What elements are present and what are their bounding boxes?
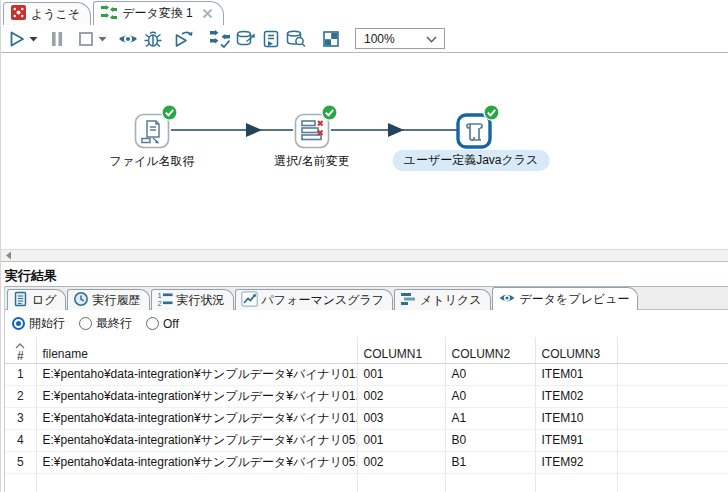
step-select-values[interactable] [294,113,330,149]
zoom-select[interactable]: 100% [355,28,445,49]
tab-transformation[interactable]: データ変換 1 [93,1,224,25]
column-header-index[interactable]: # [5,337,36,363]
tab-label: データ変換 1 [122,5,193,22]
tab-label: 実行状況 [177,292,225,309]
table-row[interactable]: 1E:¥pentaho¥data-integration¥サンプルデータ¥バイナ… [5,363,728,385]
zoom-value: 100% [364,32,395,46]
chevron-down-icon [426,32,437,46]
clock-icon [73,291,89,310]
transformation-canvas[interactable]: ファイル名取得 選択/名前変更 ユーザー定義Javaクラス [1,53,728,249]
radio-icon[interactable] [12,317,25,330]
tab-performance-graph[interactable]: パフォーマンスグラフ [235,289,394,310]
success-badge [483,104,500,124]
transformation-icon [101,5,117,22]
table-row[interactable]: 3E:¥pentaho¥data-integration¥サンプルデータ¥バイナ… [5,407,728,429]
close-icon[interactable] [202,8,213,19]
preview-mode-radios: 開始行 最終行 Off [5,310,728,337]
column-header-filler [617,337,728,363]
tab-label: パフォーマンスグラフ [262,292,385,309]
hop-arrows [1,53,728,249]
tab-label: データをプレビュー [520,291,630,308]
replay-button[interactable] [171,27,197,51]
step-label-selected[interactable]: ユーザー定義Javaクラス [393,150,550,171]
radio-icon[interactable] [79,317,92,330]
run-button[interactable] [5,27,29,51]
table-header-row: # filename COLUMN1 COLUMN2 COLUMN3 [5,337,728,363]
radio-label: 開始行 [29,315,65,332]
verify-transformation-button[interactable] [207,27,233,51]
tab-execution-history[interactable]: 実行履歴 [67,289,150,310]
column-header-filename[interactable]: filename [36,337,357,363]
eye-icon [498,291,516,308]
success-badge [321,104,338,124]
step-get-file-names[interactable] [134,113,170,149]
stop-options-caret[interactable] [98,27,107,51]
radio-icon[interactable] [146,317,159,330]
tab-metrics[interactable]: メトリクス [394,289,490,310]
tab-execution-status[interactable]: 12 実行状況 [151,289,234,310]
stop-button[interactable] [74,27,98,51]
show-results-button[interactable] [319,27,343,51]
transformation-toolbar: 100% [1,25,728,53]
step-user-defined-java-class[interactable] [456,113,492,149]
tab-log[interactable]: ログ [7,289,66,310]
tab-label: ログ [32,292,57,309]
results-tabbar: ログ 実行履歴 12 実行状況 パフォーマンスグラフ メトリクス [5,286,728,310]
preview-table: # filename COLUMN1 COLUMN2 COLUMN3 1E:¥p… [5,337,728,492]
tab-welcome[interactable]: ようこそ [3,2,91,25]
line-chart-icon [241,291,258,310]
radio-last-rows[interactable]: 最終行 [79,315,132,332]
step-label[interactable]: 選択/名前変更 [274,153,349,170]
pentaho-icon [11,5,26,23]
impact-analysis-button[interactable] [233,27,259,51]
radio-label: 最終行 [96,315,132,332]
table-row[interactable]: 5E:¥pentaho¥data-integration¥サンプルデータ¥バイナ… [5,451,728,473]
success-badge [161,104,178,124]
column-header-column3[interactable]: COLUMN3 [535,337,617,363]
run-options-caret[interactable] [29,27,38,51]
execution-results-panel: 実行結果 ログ 実行履歴 12 実行状況 パフォーマンスグラフ [1,262,728,492]
debug-button[interactable] [141,27,165,51]
radio-label: Off [163,317,179,331]
scroll-left-icon[interactable] [5,249,12,263]
document-tabbar: ようこそ データ変換 1 [1,0,728,25]
preview-button[interactable] [115,27,141,51]
canvas-hscrollbar[interactable] [1,249,728,262]
results-title: 実行結果 [1,262,728,286]
tab-label: ようこそ [31,6,80,23]
step-label[interactable]: ファイル名取得 [109,153,194,170]
gantt-icon [400,291,416,310]
table-row[interactable]: 4E:¥pentaho¥data-integration¥サンプルデータ¥バイナ… [5,429,728,451]
log-icon [13,291,28,310]
generate-sql-button[interactable] [259,27,283,51]
table-row[interactable]: 2E:¥pentaho¥data-integration¥サンプルデータ¥バイナ… [5,385,728,407]
pause-button[interactable] [46,27,68,51]
radio-off[interactable]: Off [146,317,179,331]
radio-first-rows[interactable]: 開始行 [12,315,65,332]
column-header-column2[interactable]: COLUMN2 [445,337,535,363]
tab-label: 実行履歴 [93,292,141,309]
spoon-window: ようこそ データ変換 1 [0,0,728,492]
numbered-list-icon: 12 [157,291,173,310]
explore-database-button[interactable] [283,27,309,51]
tab-preview-data[interactable]: データをプレビュー [492,287,639,310]
tab-label: メトリクス [420,292,481,309]
column-header-column1[interactable]: COLUMN1 [357,337,445,363]
svg-text:2: 2 [157,299,161,307]
table-row-empty [5,473,728,492]
